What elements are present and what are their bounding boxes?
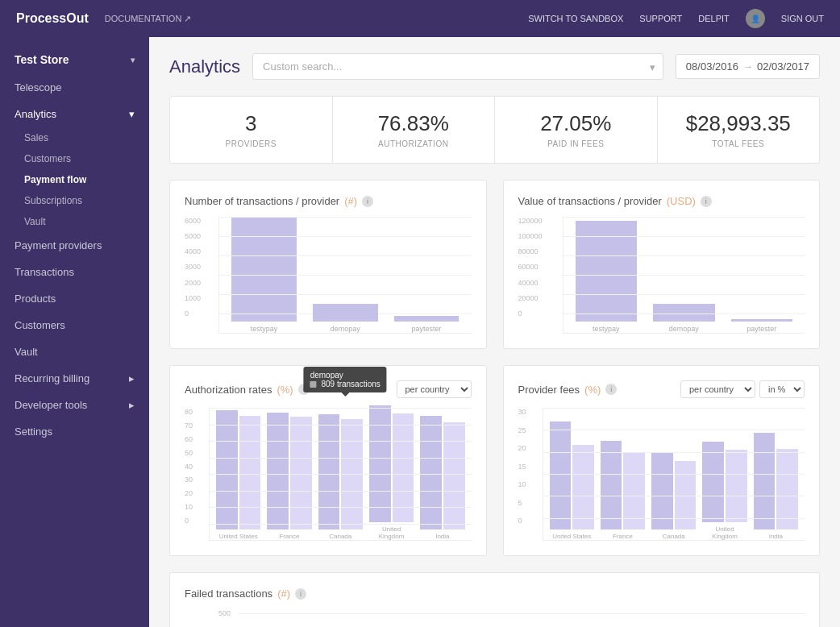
sidebar-sub-payment-flow[interactable]: Payment flow — [0, 169, 149, 190]
auth-rate-filter-select[interactable]: per country per provider — [397, 380, 472, 398]
nav-links: SWITCH TO SANDBOX SUPPORT DELPIT 👤 SIGN … — [528, 9, 824, 28]
bar-paytester[interactable] — [394, 316, 460, 322]
bar-2[interactable] — [393, 413, 414, 522]
y-label: 60 — [185, 435, 193, 443]
sidebar-sub-customers[interactable]: Customers — [0, 148, 149, 169]
custom-search-select[interactable]: Custom search... — [252, 53, 663, 80]
bar-2[interactable] — [443, 422, 465, 529]
bar-group-testypay: testypay — [576, 221, 638, 333]
y-label: 6000 — [185, 217, 201, 225]
sign-out-link[interactable]: SIGN OUT — [781, 14, 824, 23]
bar-1[interactable] — [550, 421, 572, 529]
sidebar-item-customers[interactable]: Customers — [0, 312, 149, 338]
bar-label: demopay — [669, 325, 699, 333]
y-label: 20 — [518, 444, 526, 452]
sidebar-sub-vault[interactable]: Vault — [0, 211, 149, 232]
bar-2[interactable] — [239, 416, 261, 529]
bar-group-us: United States — [550, 410, 594, 540]
sidebar-item-telescope[interactable]: Telescope — [0, 74, 149, 101]
bar-1[interactable] — [420, 416, 442, 529]
sidebar-sub-label: Payment flow — [24, 174, 86, 185]
sidebar-sub-subscriptions[interactable]: Subscriptions — [0, 190, 149, 211]
sidebar-item-developer-tools[interactable]: Developer tools ▸ — [0, 392, 149, 418]
y-label: 0 — [518, 517, 526, 525]
sidebar-item-recurring-billing[interactable]: Recurring billing ▸ — [0, 365, 149, 392]
sidebar-item-products[interactable]: Products — [0, 285, 149, 312]
info-icon[interactable]: i — [701, 196, 712, 207]
bar-tooltip-demopay: demopay 809 transactions — [304, 367, 387, 392]
bar-testypay[interactable] — [576, 221, 638, 322]
bar-2[interactable] — [623, 453, 645, 529]
bar-2[interactable] — [341, 419, 363, 529]
date-range[interactable]: 08/03/2016 → 02/03/2017 — [676, 54, 820, 79]
bar-group-france: France — [267, 410, 311, 540]
sidebar-item-transactions[interactable]: Transactions — [0, 259, 149, 285]
tooltip-dot-icon — [310, 381, 317, 388]
bar-label: Canada — [329, 533, 351, 540]
switch-sandbox-link[interactable]: SWITCH TO SANDBOX — [528, 14, 623, 23]
bar-group-demopay: demopay 809 transactions demopay — [313, 304, 378, 333]
chart-value-by-provider: Value of transactions / provider (USD) i… — [503, 180, 821, 349]
bar-group-testypay: testypay — [231, 217, 297, 333]
date-arrow-icon: → — [742, 60, 753, 73]
provider-fees-country-filter[interactable]: per country per provider — [680, 380, 755, 398]
bar-2[interactable] — [675, 461, 697, 529]
bar-group-paytester: paytester — [731, 319, 793, 333]
doc-link[interactable]: DOCUMENTATION ↗ — [105, 14, 192, 24]
bar-group-canada: Canada — [651, 410, 696, 540]
bar-1[interactable] — [601, 441, 622, 529]
bar-1[interactable] — [702, 442, 724, 522]
provider-fees-unit-filter[interactable]: in % in $ — [759, 380, 805, 398]
bar-1[interactable] — [318, 414, 340, 529]
stats-row: 3 PROVIDERS 76.83% AUTHORIZATION 27.05% … — [169, 96, 820, 164]
sidebar-item-settings[interactable]: Settings — [0, 418, 149, 445]
sidebar-item-payment-providers[interactable]: Payment providers — [0, 232, 149, 259]
chart-title-text: Failed transactions — [185, 588, 272, 600]
bar-testypay[interactable] — [231, 217, 297, 322]
avatar[interactable]: 👤 — [746, 9, 765, 28]
bar-group-demopay: demopay — [653, 304, 715, 333]
y-label: 30 — [518, 408, 526, 416]
user-name[interactable]: DELPIT — [698, 14, 730, 23]
bar-1[interactable] — [216, 410, 238, 529]
y-label: 50 — [185, 449, 193, 457]
bar-2[interactable] — [726, 450, 747, 522]
sidebar-sub-sales[interactable]: Sales — [0, 127, 149, 148]
chart-title: Failed transactions (#) i — [185, 588, 805, 600]
y-label: 500 — [218, 609, 231, 617]
bar-paytester[interactable] — [731, 319, 793, 322]
stat-label: TOTAL FEES — [666, 139, 812, 148]
stat-value: 3 — [178, 111, 324, 136]
bar-2[interactable] — [572, 445, 594, 529]
bar-label: United States — [552, 533, 591, 540]
chart-provider-fees: Provider fees (%) i per country per prov… — [503, 365, 821, 556]
bar-1[interactable] — [651, 453, 673, 529]
y-label: 40000 — [518, 279, 543, 287]
bar-2[interactable] — [290, 417, 312, 529]
bar-1[interactable] — [267, 413, 289, 529]
bar-2[interactable] — [776, 449, 798, 529]
bar-label: India — [769, 533, 783, 540]
chart-title-text: Authorization rates — [185, 384, 272, 396]
info-icon[interactable]: i — [362, 196, 373, 207]
y-label: 100000 — [518, 232, 543, 240]
sidebar-item-analytics[interactable]: Analytics ▾ — [0, 101, 149, 127]
info-icon[interactable]: i — [295, 588, 306, 600]
info-icon[interactable]: i — [605, 384, 617, 395]
sidebar-item-vault[interactable]: Vault — [0, 338, 149, 365]
bar-1[interactable] — [754, 433, 776, 529]
sidebar-item-label: Customers — [15, 319, 65, 331]
chart-unit: (#) — [277, 588, 290, 600]
chart-transactions-by-provider: Number of transactions / provider (#) i … — [169, 180, 487, 349]
bar-demopay[interactable] — [653, 304, 715, 322]
y-label: 25 — [518, 426, 526, 434]
stat-providers: 3 PROVIDERS — [170, 97, 333, 163]
support-link[interactable]: SUPPORT — [639, 14, 682, 23]
main-content: Analytics Custom search... 08/03/2016 → … — [149, 37, 840, 627]
bar-demopay[interactable] — [313, 304, 378, 322]
sidebar-item-label: Developer tools — [15, 399, 87, 411]
bar-1[interactable] — [369, 405, 391, 522]
y-label: 60000 — [518, 263, 543, 271]
chart-filter: per country per provider in % in $ — [680, 380, 805, 398]
store-selector[interactable]: Test Store ▾ — [0, 45, 149, 74]
